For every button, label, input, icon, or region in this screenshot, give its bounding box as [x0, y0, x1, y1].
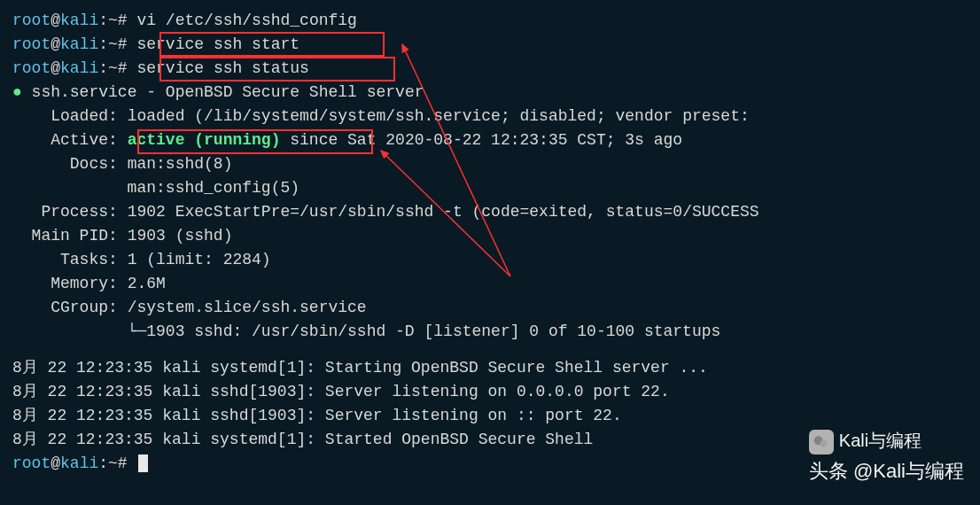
- prompt-user: root: [12, 12, 51, 29]
- cmd-service-status: service ssh status: [136, 59, 308, 77]
- cursor-block: [138, 454, 148, 472]
- loaded-line: Loaded: loaded (/lib/systemd/system/ssh.…: [12, 105, 968, 128]
- active-status: active (running): [128, 131, 281, 149]
- prompt-hash: #: [118, 12, 137, 29]
- prompt-path: :~: [98, 12, 118, 29]
- memory-line: Memory: 2.6M: [12, 272, 968, 296]
- svg-point-4: [820, 440, 827, 447]
- active-line: Active: active (running) since Sat 2020-…: [12, 128, 968, 152]
- prompt-at: @: [51, 12, 60, 29]
- docs-line-1: Docs: man:sshd(8): [12, 152, 968, 176]
- cgroup-line: CGroup: /system.slice/ssh.service: [12, 296, 968, 320]
- log-line-3: 8月 22 12:23:35 kali sshd[1903]: Server l…: [12, 404, 968, 428]
- prompt-line-2: root@kali:~# service ssh start: [12, 33, 968, 57]
- log-line-2: 8月 22 12:23:35 kali sshd[1903]: Server l…: [12, 380, 968, 404]
- wechat-icon: [809, 430, 834, 454]
- watermark: Kali与编程 头条 @Kali与编程: [809, 427, 964, 486]
- cgroup-tree-line: └─1903 sshd: /usr/sbin/sshd -D [listener…: [12, 320, 968, 344]
- service-header: ● ssh.service - OpenBSD Secure Shell ser…: [12, 81, 968, 105]
- process-line: Process: 1902 ExecStartPre=/usr/sbin/ssh…: [12, 200, 968, 224]
- prompt-host: kali: [60, 12, 98, 29]
- docs-line-2: man:sshd_config(5): [12, 176, 968, 200]
- blank-line: [12, 344, 968, 356]
- prompt-line-1: root@kali:~# vi /etc/ssh/sshd_config: [12, 9, 968, 33]
- cmd-service-start: service ssh start: [136, 35, 299, 53]
- watermark-brand: Kali与编程: [809, 427, 964, 454]
- watermark-attribution: 头条 @Kali与编程: [809, 456, 964, 486]
- log-line-1: 8月 22 12:23:35 kali systemd[1]: Starting…: [12, 356, 968, 380]
- cmd-vi: vi /etc/ssh/sshd_config: [136, 12, 356, 29]
- bullet-icon: ●: [12, 83, 32, 101]
- mainpid-line: Main PID: 1903 (sshd): [12, 224, 968, 248]
- prompt-line-3: root@kali:~# service ssh status: [12, 57, 968, 81]
- tasks-line: Tasks: 1 (limit: 2284): [12, 248, 968, 272]
